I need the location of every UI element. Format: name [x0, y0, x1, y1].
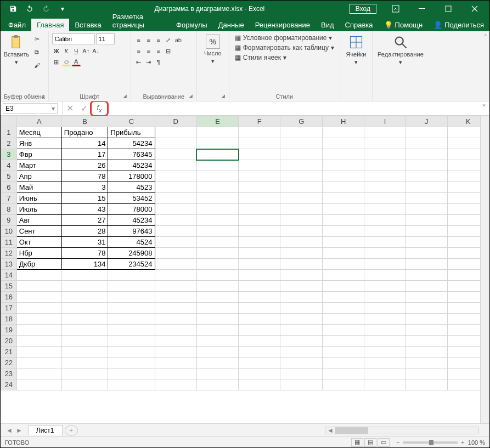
worksheet-grid[interactable]: ABCDEFGHIJK1МесяцПроданоПрибыль2Янв14542…	[1, 116, 489, 423]
cancel-formula-icon[interactable]: ✕	[63, 103, 77, 115]
cell[interactable]	[405, 193, 447, 204]
page-layout-view-icon[interactable]: ▤	[364, 438, 376, 447]
decrease-font-icon[interactable]: A↓	[92, 47, 100, 55]
cell[interactable]: Апр	[16, 171, 61, 182]
cell[interactable]	[322, 368, 364, 379]
cell[interactable]: 43	[61, 204, 108, 215]
cell[interactable]: Окт	[16, 237, 61, 248]
cell[interactable]	[239, 379, 280, 390]
cell[interactable]	[280, 270, 323, 281]
cell[interactable]	[196, 259, 238, 270]
sheet-tab[interactable]: Лист1	[28, 425, 63, 435]
tab-pagelayout[interactable]: Разметка страницы	[107, 10, 171, 31]
cell[interactable]: Май	[16, 182, 61, 193]
cell[interactable]	[196, 226, 238, 237]
cell[interactable]	[280, 358, 323, 368]
cell[interactable]	[155, 336, 196, 347]
cell[interactable]	[196, 292, 238, 303]
decrease-indent-icon[interactable]: ⇤	[134, 58, 143, 66]
page-break-view-icon[interactable]: ▭	[378, 438, 390, 447]
signin-button[interactable]: Вход	[350, 4, 376, 14]
cell[interactable]	[16, 325, 61, 336]
cell[interactable]	[364, 336, 405, 347]
cell[interactable]: 15	[61, 193, 108, 204]
cut-icon[interactable]: ✂	[31, 33, 42, 44]
cell[interactable]	[155, 379, 196, 390]
row-header[interactable]: 17	[1, 303, 17, 314]
cell[interactable]	[405, 215, 447, 226]
minimize-button[interactable]	[409, 1, 435, 17]
cell[interactable]	[155, 204, 196, 215]
cells-button[interactable]: Ячейки ▾	[343, 33, 369, 67]
cell[interactable]	[364, 314, 405, 325]
cell[interactable]: 3	[61, 182, 108, 193]
cell[interactable]: Авг	[16, 215, 61, 226]
cell[interactable]	[108, 368, 155, 379]
cell[interactable]	[364, 149, 405, 160]
cell[interactable]: 78	[61, 248, 108, 259]
increase-indent-icon[interactable]: ⇥	[144, 58, 153, 66]
cell[interactable]	[16, 281, 61, 292]
row-header[interactable]: 22	[1, 358, 17, 368]
cell[interactable]	[16, 303, 61, 314]
cell[interactable]	[405, 358, 447, 368]
cell[interactable]	[364, 127, 405, 138]
cell[interactable]	[322, 193, 364, 204]
cell[interactable]	[108, 303, 155, 314]
cell[interactable]	[364, 325, 405, 336]
copy-icon[interactable]: ⧉	[31, 47, 42, 58]
cell[interactable]	[239, 160, 280, 171]
row-header[interactable]: 4	[1, 160, 17, 171]
cell[interactable]	[155, 193, 196, 204]
cell[interactable]	[16, 314, 61, 325]
cell[interactable]	[239, 226, 280, 237]
cell[interactable]	[280, 248, 323, 259]
cell[interactable]: Дкбр	[16, 259, 61, 270]
cell[interactable]	[108, 314, 155, 325]
horizontal-scrollbar[interactable]: ◄	[325, 427, 478, 434]
cell[interactable]	[16, 368, 61, 379]
wrap-text-icon[interactable]: ab	[174, 36, 183, 44]
cell[interactable]	[155, 281, 196, 292]
confirm-formula-icon[interactable]: ✓	[77, 103, 91, 115]
cell[interactable]	[405, 281, 447, 292]
cell[interactable]	[108, 358, 155, 368]
cell[interactable]	[364, 259, 405, 270]
normal-view-icon[interactable]: ▦	[351, 438, 363, 447]
cell[interactable]	[155, 138, 196, 149]
cell[interactable]	[280, 149, 323, 160]
cell[interactable]	[239, 149, 280, 160]
formula-input[interactable]	[109, 103, 478, 114]
tab-review[interactable]: Рецензирование	[250, 19, 316, 31]
cell[interactable]	[322, 171, 364, 182]
zoom-in-button[interactable]: +	[461, 439, 464, 446]
cell[interactable]	[155, 303, 196, 314]
cell[interactable]	[239, 204, 280, 215]
tab-data[interactable]: Данные	[213, 19, 250, 31]
row-header[interactable]: 8	[1, 204, 17, 215]
cell[interactable]	[405, 149, 447, 160]
column-header[interactable]: A	[16, 116, 61, 127]
cell[interactable]	[364, 347, 405, 358]
font-name-select[interactable]	[52, 33, 95, 44]
cell[interactable]	[364, 226, 405, 237]
cell[interactable]	[280, 347, 323, 358]
cell[interactable]	[196, 138, 238, 149]
align-middle-icon[interactable]: ≡	[144, 36, 153, 44]
column-header[interactable]: I	[364, 116, 405, 127]
cell[interactable]	[280, 237, 323, 248]
cell[interactable]	[280, 204, 323, 215]
cell[interactable]	[155, 347, 196, 358]
cell[interactable]	[405, 347, 447, 358]
row-header[interactable]: 2	[1, 138, 17, 149]
paste-button[interactable]: Вставить ▾	[4, 33, 29, 92]
cell[interactable]	[405, 270, 447, 281]
close-button[interactable]	[462, 1, 487, 17]
cell[interactable]: 78000	[108, 204, 155, 215]
row-header[interactable]: 21	[1, 347, 17, 358]
cell[interactable]	[280, 292, 323, 303]
sheet-nav-prev-icon[interactable]: ◄	[6, 427, 13, 434]
dialog-launcher-icon[interactable]: ◢	[41, 93, 47, 100]
cell-styles-button[interactable]: ▦Стили ячеек ▾	[233, 53, 336, 62]
cell[interactable]	[364, 281, 405, 292]
